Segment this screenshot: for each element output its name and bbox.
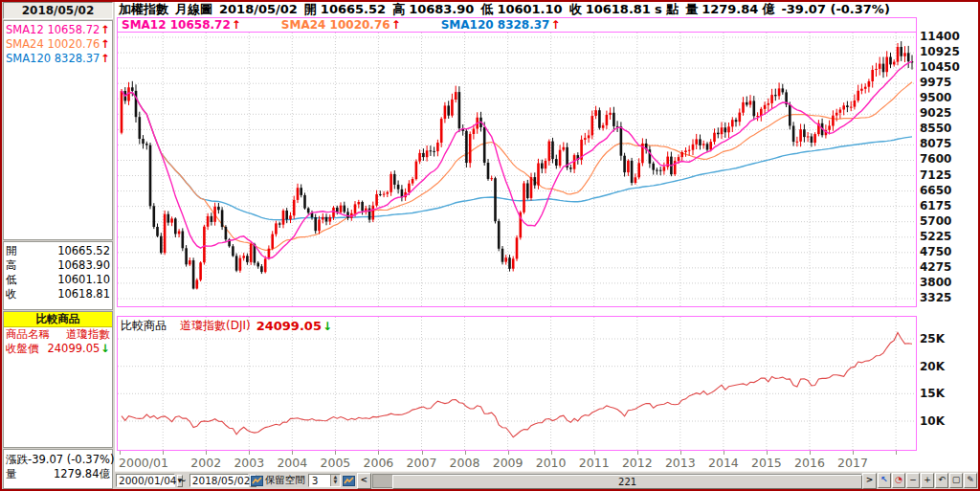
comparison-name-label: 商品名稱	[6, 327, 50, 342]
sma-legend: SMA12 10658.72↑ SMA24 10020.76↑ SMA120 8…	[118, 18, 916, 33]
x-axis-tick	[292, 451, 293, 455]
chart-shortcut-icon[interactable]	[343, 475, 355, 487]
x-axis-tick	[896, 451, 897, 455]
main-y-tick-label: 10925	[920, 45, 969, 58]
x-axis-tick	[249, 451, 250, 455]
high-value: 10683.90	[409, 2, 474, 16]
high-label: 高	[392, 1, 405, 18]
comparison-line-chart[interactable]	[118, 317, 916, 450]
x-axis-tick	[551, 451, 552, 455]
main-chart-panel[interactable]: SMA12 10658.72↑ SMA24 10020.76↑ SMA120 8…	[117, 17, 917, 307]
range-end-value: 2018/05/02	[192, 475, 251, 486]
draw-tool-button[interactable]: ✎	[964, 473, 977, 488]
quote-header: 加權指數 月線圖 2018/05/02 開 10665.52 高 10683.9…	[119, 1, 897, 17]
main-y-tick-label: 11400	[920, 30, 969, 43]
zoom-out-button[interactable]: −	[906, 473, 920, 488]
open-row: 開 10665.52	[6, 244, 110, 258]
main-y-tick-label: 8550	[920, 122, 969, 135]
legend-sma120-label: SMA120	[441, 18, 494, 32]
sidebar-date-box[interactable]: 2018/05/02	[3, 2, 113, 19]
main-y-tick-label: 4750	[920, 245, 969, 258]
main-y-tick-label: 5700	[920, 214, 969, 228]
main-y-tick-label: 5225	[920, 230, 969, 243]
x-axis-tick	[378, 451, 379, 455]
main-y-tick-label: 9975	[920, 76, 969, 89]
spinner-arrows-icon[interactable]: ▲▼	[330, 475, 340, 486]
zoom-in-button[interactable]: +	[921, 473, 934, 488]
candlestick-chart[interactable]	[118, 33, 916, 307]
x-axis-tick	[637, 451, 638, 455]
range-end-dropdown[interactable]: 2018/05/02 ▼	[189, 474, 249, 487]
main-y-tick-label: 7125	[920, 168, 969, 182]
sidebar-change-panel: 漲跌 -39.07 (-0.37%) 量 1279.84億	[3, 449, 113, 489]
x-axis-label: 2002	[185, 456, 227, 470]
undo-button[interactable]: ↶	[935, 473, 948, 488]
sma24-label: SMA24	[6, 37, 44, 52]
x-axis-tick	[120, 451, 121, 455]
change-label: 漲跌	[6, 453, 28, 467]
sidebar-ohlc-panel: 開 10665.52 高 10683.90 低 10601.10 收 10618…	[3, 241, 113, 310]
scroll-left-button[interactable]: <	[357, 473, 371, 489]
main-y-tick-label: 9500	[920, 91, 969, 104]
reserve-space-value: 3	[309, 475, 330, 486]
main-y-tick-label: 7600	[920, 152, 969, 166]
range-start-dropdown[interactable]: 2000/01/04 ▼	[116, 474, 175, 487]
x-axis-label: 2010	[530, 456, 572, 470]
up-arrow-icon: ↑	[100, 52, 110, 65]
change-value: -39.07 (-0.37%)	[781, 2, 889, 16]
sma120-label: SMA120	[6, 52, 51, 66]
quote-date: 2018/05/02	[219, 2, 298, 16]
x-axis-label: 2012	[616, 456, 658, 470]
close-label: 收	[6, 287, 17, 301]
sidebar-sma-panel: SMA12 10658.72↑ SMA24 10020.76↑ SMA120 8…	[3, 20, 113, 240]
main-y-tick-label: 8075	[920, 137, 969, 150]
sma120-value: 8328.37	[55, 52, 100, 65]
scrollbar-thumb[interactable]: 221	[392, 475, 862, 489]
legend-sma120-value: 8328.37	[498, 18, 550, 32]
fit-view-button[interactable]: ▢	[949, 473, 963, 488]
down-arrow-icon: ↓	[100, 342, 110, 355]
scrollbar-track[interactable]: 221	[372, 474, 861, 488]
comparison-title: 比較商品	[121, 318, 167, 334]
up-arrow-icon: ↑	[232, 18, 241, 32]
reserve-space-spinner[interactable]: 3 ▲▼	[308, 474, 341, 487]
comparison-close-label: 收盤價	[6, 342, 39, 356]
sidebar-comparison-panel: 比較商品 商品名稱 道瓊指數 收盤價 24099.05↓	[3, 311, 113, 448]
volume-label: 量	[6, 467, 17, 481]
pointer-tool-button[interactable]: ↖	[878, 473, 891, 488]
sma12-label: SMA12	[6, 23, 44, 37]
range-start-value: 2000/01/04	[119, 475, 177, 486]
x-axis-label: 2016	[789, 456, 831, 470]
close-value: 10618.81	[57, 287, 110, 301]
low-value: 10601.10	[497, 2, 562, 16]
change-row: 漲跌 -39.07 (-0.37%)	[6, 453, 110, 467]
clock-tool-button[interactable]: ◔	[892, 473, 905, 488]
comparison-value: 24099.05	[256, 319, 322, 333]
comparison-chart-panel[interactable]: 比較商品 道瓊指數(DJI) 24099.05 ↓	[117, 316, 917, 451]
high-label: 高	[6, 258, 17, 273]
main-y-tick-label: 9025	[920, 106, 969, 120]
reserve-space-label: 保留空間	[265, 474, 305, 487]
up-arrow-icon: ↑	[100, 37, 110, 51]
scroll-right-button[interactable]: >	[862, 473, 877, 489]
open-label: 開	[6, 244, 17, 258]
x-axis-label: 2005	[314, 456, 356, 470]
chart-shortcut-icon[interactable]	[251, 475, 263, 487]
sma12-row: SMA12 10658.72↑	[6, 23, 110, 37]
status-bar: 2000/01/04 ▼ ~ 2018/05/02 ▼ 保留空間 3 ▲▼ < …	[115, 471, 978, 489]
x-axis-label: 2003	[228, 456, 270, 470]
x-axis-tick	[508, 451, 509, 455]
x-axis-tick	[810, 451, 811, 455]
period-label: 月線圖	[175, 1, 212, 18]
low-row: 低 10601.10	[6, 273, 110, 287]
x-axis-label: 2004	[271, 456, 313, 470]
x-axis-label: 2013	[659, 456, 702, 470]
volume-label: 量	[685, 1, 698, 18]
legend-sma24-label: SMA24	[281, 18, 326, 32]
volume-value: 1279.84億	[54, 467, 110, 481]
comparison-name-row: 商品名稱 道瓊指數	[4, 327, 112, 342]
x-axis-tick	[767, 451, 768, 455]
x-axis-tick	[335, 451, 336, 455]
x-axis-tick	[724, 451, 724, 455]
x-axis-label: 2007	[401, 456, 443, 470]
